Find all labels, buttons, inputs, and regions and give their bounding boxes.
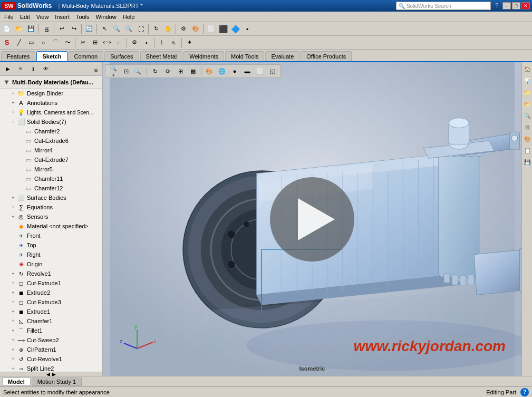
display-shaded[interactable]: ⬛ — [217, 23, 229, 35]
circle-button[interactable]: ○ — [37, 37, 49, 49]
flat-button[interactable]: ▬ — [241, 66, 253, 76]
tree-item-split-line2[interactable]: + ⊸ Split Line2 — [0, 364, 102, 372]
tree-item-cirpattern1[interactable]: + ⊛ CirPattern1 — [0, 345, 102, 354]
zoom-out-button[interactable]: 🔍 — [123, 23, 134, 35]
scroll-right-button[interactable]: ▶ — [52, 372, 56, 376]
panel-motionmanager-button[interactable]: ▶ — [2, 64, 14, 74]
box-button[interactable]: ⬜ — [254, 66, 266, 76]
expand-icon[interactable]: + — [9, 99, 17, 106]
tab-sheet-metal[interactable]: Sheet Metal — [140, 51, 183, 61]
menu-tools[interactable]: Tools — [73, 12, 93, 22]
new-button[interactable]: 📄 — [1, 23, 13, 35]
tree-item-extrude1[interactable]: + ◼ Extrude1 — [0, 307, 102, 316]
expand-icon[interactable]: + — [9, 346, 17, 353]
expand-icon[interactable]: + — [9, 204, 17, 211]
tree-item-chamfer12[interactable]: ▭ Chamfer12 — [0, 183, 102, 193]
minimize-button[interactable]: ─ — [502, 2, 511, 9]
viewport-area[interactable]: 🔍+ ⊡ 🔍- ↻ ⟳ ⊞ ▦ 🎨 🌐 ● ▬ ⬜ ◱ x — [103, 62, 521, 376]
tree-item-lights[interactable]: + 💡 Lights, Cameras and Scen... — [0, 108, 102, 117]
rotate-button[interactable]: ↻ — [150, 23, 162, 35]
rollback-vp-button[interactable]: ⟳ — [162, 66, 173, 76]
expand-icon[interactable]: + — [9, 194, 17, 201]
tree-item-cut-sweep2[interactable]: + ⟿ Cut-Sweep2 — [0, 335, 102, 345]
display-delete-button[interactable]: ⊾ — [168, 37, 180, 49]
spline-button[interactable]: 〜 — [62, 37, 73, 49]
display-wireframe[interactable]: ⬜ — [205, 23, 217, 35]
zoom-in-button[interactable]: 🔍 — [111, 23, 122, 35]
help-button[interactable]: ? — [520, 388, 529, 396]
tree-item-front[interactable]: ✈ Front — [0, 231, 102, 240]
point-button[interactable]: • — [141, 37, 152, 49]
tree-item-extrude2[interactable]: + ◼ Extrude2 — [0, 288, 102, 297]
zoom-out-vp-button[interactable]: 🔍- — [133, 66, 144, 76]
smart-dim-button[interactable]: S — [1, 37, 13, 49]
menu-help[interactable]: Help — [120, 12, 138, 22]
sphere-button[interactable]: ● — [229, 66, 240, 76]
tree-item-fillet1[interactable]: + ⌒ Fillet1 — [0, 326, 102, 335]
tree-item-mirror5[interactable]: ▭ Mirror5 — [0, 164, 102, 174]
menu-edit[interactable]: Edit — [17, 12, 33, 22]
tree-item-sensors[interactable]: + ◎ Sensors — [0, 212, 102, 221]
arc-button[interactable]: ⌒ — [50, 37, 61, 49]
print-button[interactable]: 🖨 — [41, 23, 52, 35]
expand-icon[interactable]: + — [9, 213, 17, 220]
tree-item-chamfer2[interactable]: ▭ Chamfer2 — [0, 127, 102, 136]
tree-item-mirror4[interactable]: ▭ Mirror4 — [0, 146, 102, 155]
panel-config-button[interactable]: ≡ — [15, 64, 26, 74]
tree-item-cut-revolve1[interactable]: + ↺ Cut-Revolve1 — [0, 354, 102, 364]
zoom-in-vp-button[interactable]: 🔍+ — [108, 66, 119, 76]
filter-icon[interactable]: ▼ — [3, 78, 10, 86]
document-recovery-button[interactable]: 💾 — [523, 157, 532, 167]
rect-button[interactable]: ▭ — [25, 37, 37, 49]
design-library-button[interactable]: 📁 — [523, 88, 532, 97]
zoom-fit-button[interactable]: ⛶ — [135, 23, 147, 35]
tree-item-top[interactable]: ✈ Top — [0, 240, 102, 250]
file-explorer-button[interactable]: 📂 — [523, 99, 532, 109]
tab-weldments[interactable]: Weldments — [183, 51, 224, 61]
tree-item-design-binder[interactable]: + 📁 Design Binder — [0, 89, 102, 98]
mirror-button[interactable]: ⟺ — [101, 37, 113, 49]
tree-item-cut-extrude1[interactable]: + ◻ Cut-Extrude1 — [0, 278, 102, 288]
menu-view[interactable]: View — [33, 12, 52, 22]
options-button[interactable]: ⚙ — [178, 23, 189, 35]
tree-item-cut-extrude6[interactable]: ▭ Cut-Extrude6 — [0, 136, 102, 146]
panel-expand-icon[interactable]: » — [94, 66, 100, 72]
zoom-to-fit-vp-button[interactable]: ⊡ — [120, 66, 132, 76]
expand-icon[interactable]: + — [9, 317, 17, 325]
tab-office-products[interactable]: Office Products — [301, 51, 352, 61]
menu-window[interactable]: Window — [93, 12, 120, 22]
tab-features[interactable]: Features — [1, 51, 35, 61]
relation-button[interactable]: ⊥ — [156, 37, 168, 49]
tab-sketch[interactable]: Sketch — [36, 51, 67, 61]
expand-icon[interactable]: + — [9, 270, 17, 277]
tree-item-equations[interactable]: + ∑ Equations — [0, 202, 102, 212]
display-shaded-edges[interactable]: 🔷 — [229, 23, 241, 35]
expand-icon[interactable]: + — [9, 336, 17, 344]
construction-button[interactable]: ⚙ — [129, 37, 140, 49]
view-orient-button[interactable]: ▦ — [187, 66, 199, 76]
tab-evaluate[interactable]: Evaluate — [265, 51, 299, 61]
search-bar[interactable]: 🔍 SolidWorks Search — [396, 2, 491, 10]
fillet-button[interactable]: ⌐ — [113, 37, 125, 49]
tree-item-solid-bodies[interactable]: − ⬜ Solid Bodies(7) — [0, 117, 102, 127]
tree-item-surface-bodies[interactable]: + ⬜ Surface Bodies — [0, 193, 102, 202]
expand-icon[interactable]: + — [9, 90, 17, 97]
search-results-button[interactable]: 🔍 — [523, 111, 532, 120]
tree-item-origin[interactable]: ⊕ Origin — [0, 259, 102, 269]
tab-common[interactable]: Common — [69, 51, 104, 61]
expand-icon[interactable]: − — [9, 118, 17, 125]
tab-mold-tools[interactable]: Mold Tools — [225, 51, 264, 61]
line-button[interactable]: ╱ — [13, 37, 25, 49]
iso-button[interactable]: ◱ — [267, 66, 278, 76]
expand-icon[interactable]: + — [9, 365, 17, 372]
sketch-xpert-button[interactable]: ✦ — [183, 37, 195, 49]
custom-property-button[interactable]: 📋 — [523, 146, 532, 155]
btab-model[interactable]: Model — [2, 377, 31, 386]
menu-insert[interactable]: Insert — [52, 12, 73, 22]
display-mode-button[interactable]: 🎨 — [204, 66, 215, 76]
section-view-button[interactable]: ⊞ — [175, 66, 186, 76]
tree-item-revolve1[interactable]: + ↻ Revolve1 — [0, 269, 102, 278]
expand-icon[interactable]: + — [9, 279, 17, 287]
expand-icon[interactable]: + — [9, 355, 17, 363]
tree-item-right[interactable]: ✈ Right — [0, 250, 102, 259]
